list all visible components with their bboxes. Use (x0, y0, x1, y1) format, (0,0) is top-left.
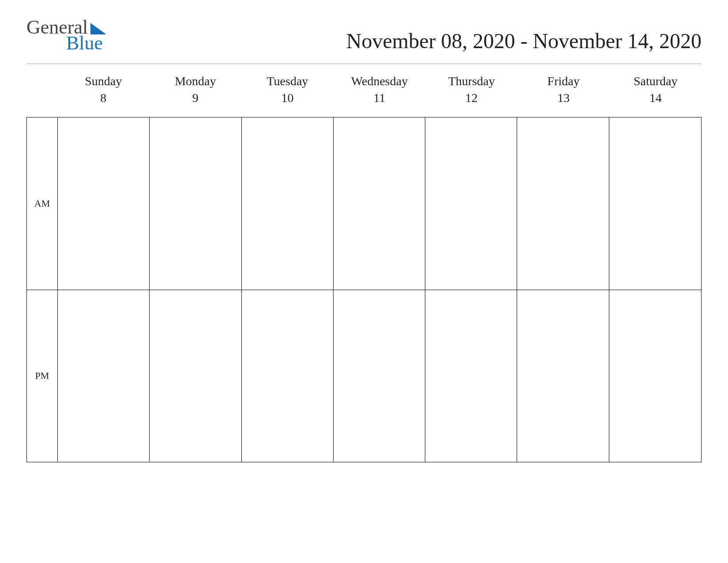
cell-pm-tuesday (242, 290, 334, 462)
day-number: 9 (150, 90, 242, 106)
date-range-title: November 08, 2020 - November 14, 2020 (346, 29, 702, 53)
cell-pm-wednesday (334, 290, 425, 462)
logo: General Blue (26, 18, 106, 53)
day-header-sunday: Sunday 8 (57, 73, 150, 106)
day-header-friday: Friday 13 (518, 73, 610, 106)
weekly-calendar: Sunday 8 Monday 9 Tuesday 10 Wednesday 1… (26, 73, 702, 462)
day-number: 10 (241, 90, 334, 106)
day-number: 13 (518, 90, 610, 106)
cell-pm-thursday (425, 290, 517, 462)
day-header-thursday: Thursday 12 (425, 73, 518, 106)
logo-triangle-icon (90, 23, 106, 34)
day-name: Monday (150, 73, 242, 90)
day-header-wednesday: Wednesday 11 (334, 73, 426, 106)
cell-am-friday (517, 117, 609, 290)
period-label-pm: PM (27, 290, 58, 462)
cell-pm-friday (517, 290, 609, 462)
cell-am-saturday (609, 117, 701, 290)
day-headers-row: Sunday 8 Monday 9 Tuesday 10 Wednesday 1… (26, 73, 702, 106)
cell-am-tuesday (242, 117, 334, 290)
day-number: 8 (57, 90, 150, 106)
cell-am-thursday (425, 117, 517, 290)
cell-am-wednesday (334, 117, 425, 290)
day-number: 11 (334, 90, 426, 106)
day-header-tuesday: Tuesday 10 (241, 73, 334, 106)
day-number: 14 (609, 90, 702, 106)
day-name: Friday (518, 73, 610, 90)
day-header-monday: Monday 9 (150, 73, 242, 106)
calendar-grid: AM PM (26, 117, 702, 462)
period-label-am: AM (27, 117, 58, 290)
logo-word-blue: Blue (66, 34, 106, 53)
day-header-saturday: Saturday 14 (609, 73, 702, 106)
cell-pm-sunday (58, 290, 150, 462)
cell-pm-monday (150, 290, 241, 462)
day-name: Tuesday (241, 73, 334, 90)
cell-am-sunday (58, 117, 150, 290)
cell-am-monday (150, 117, 241, 290)
header-spacer (26, 73, 57, 106)
day-name: Saturday (609, 73, 702, 90)
day-number: 12 (425, 90, 518, 106)
cell-pm-saturday (609, 290, 701, 462)
header: General Blue November 08, 2020 - Novembe… (26, 18, 702, 64)
day-name: Wednesday (334, 73, 426, 90)
day-name: Sunday (57, 73, 150, 90)
day-name: Thursday (425, 73, 518, 90)
